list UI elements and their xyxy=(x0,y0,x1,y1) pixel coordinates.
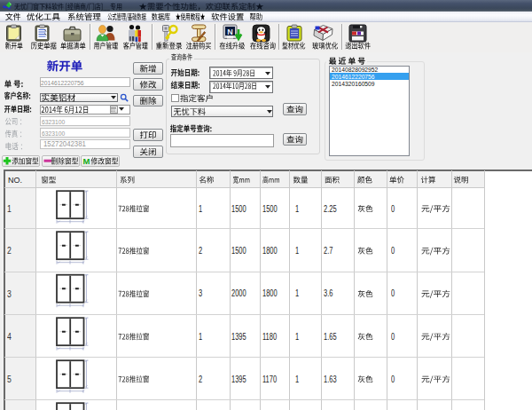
svg-text:M: M xyxy=(83,156,90,166)
svg-text:N: N xyxy=(227,28,233,36)
